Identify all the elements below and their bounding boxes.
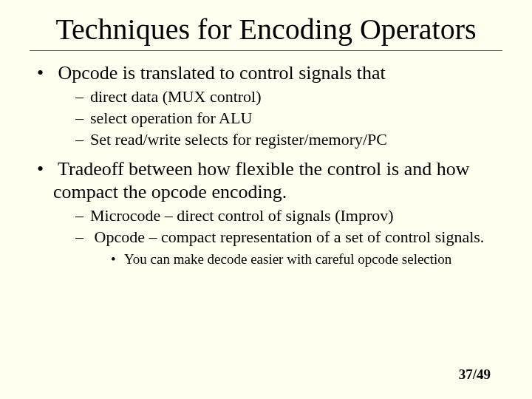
sub-bullet-list: direct data (MUX control) select operati… <box>53 87 502 149</box>
sub-bullet-text: Set read/write selects for register/memo… <box>90 130 387 149</box>
sub-bullet-text: direct data (MUX control) <box>90 87 262 106</box>
bullet-item: Tradeoff between how flexible the contro… <box>37 157 502 268</box>
page-number: 37/49 <box>459 366 491 383</box>
sub-bullet-item: direct data (MUX control) <box>75 87 502 107</box>
bullet-text: Opcode is translated to control signals … <box>58 62 386 83</box>
sub-bullet-text: select operation for ALU <box>90 109 252 127</box>
bullet-text: Tradeoff between how flexible the contro… <box>53 158 469 202</box>
title-underline <box>30 50 502 51</box>
sub-sub-bullet-list: You can make decode easier with careful … <box>90 250 502 268</box>
bullet-item: Opcode is translated to control signals … <box>37 61 502 150</box>
slide: Techniques for Encoding Operators Opcode… <box>0 0 532 399</box>
sub-sub-bullet-text: You can make decode easier with careful … <box>124 251 451 267</box>
sub-bullet-text: Opcode – compact representation of a set… <box>95 228 485 246</box>
sub-bullet-item: select operation for ALU <box>75 109 502 129</box>
bullet-list: Opcode is translated to control signals … <box>30 61 502 267</box>
sub-bullet-text: Microcode – direct control of signals (I… <box>90 206 394 225</box>
sub-bullet-list: Microcode – direct control of signals (I… <box>53 206 502 267</box>
sub-bullet-item: Set read/write selects for register/memo… <box>75 130 502 150</box>
slide-title: Techniques for Encoding Operators <box>30 13 502 46</box>
sub-bullet-item: Microcode – direct control of signals (I… <box>75 206 502 226</box>
sub-sub-bullet-item: You can make decode easier with careful … <box>111 250 502 268</box>
sub-bullet-item: Opcode – compact representation of a set… <box>75 228 502 268</box>
